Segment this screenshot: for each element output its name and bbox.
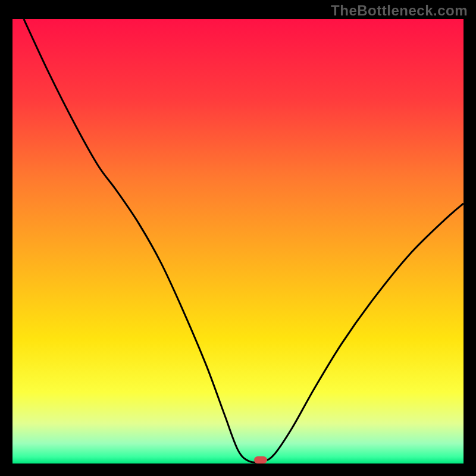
watermark-text: TheBottleneck.com [331, 2, 468, 19]
chart-stage: TheBottleneck.com [0, 0, 476, 476]
plot-area [12, 19, 464, 464]
bottleneck-curve [12, 19, 464, 464]
optimal-point-marker [254, 456, 267, 464]
